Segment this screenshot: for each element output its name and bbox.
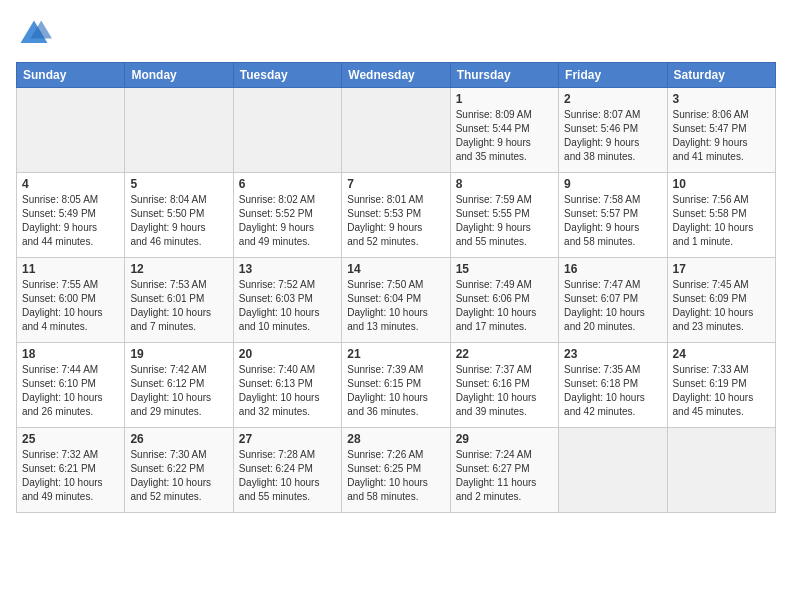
day-info: Sunrise: 7:35 AMSunset: 6:18 PMDaylight:… [564,363,661,419]
calendar-cell [559,428,667,513]
day-number: 17 [673,262,770,276]
calendar-cell: 29Sunrise: 7:24 AMSunset: 6:27 PMDayligh… [450,428,558,513]
day-info: Sunrise: 8:07 AMSunset: 5:46 PMDaylight:… [564,108,661,164]
day-info: Sunrise: 7:56 AMSunset: 5:58 PMDaylight:… [673,193,770,249]
calendar-cell: 4Sunrise: 8:05 AMSunset: 5:49 PMDaylight… [17,173,125,258]
calendar-cell [233,88,341,173]
day-info: Sunrise: 7:45 AMSunset: 6:09 PMDaylight:… [673,278,770,334]
day-number: 1 [456,92,553,106]
calendar-cell [17,88,125,173]
day-number: 8 [456,177,553,191]
calendar-cell: 15Sunrise: 7:49 AMSunset: 6:06 PMDayligh… [450,258,558,343]
logo-icon [16,16,52,52]
calendar-cell [125,88,233,173]
week-row-1: 1Sunrise: 8:09 AMSunset: 5:44 PMDaylight… [17,88,776,173]
day-number: 18 [22,347,119,361]
day-number: 2 [564,92,661,106]
calendar-cell: 18Sunrise: 7:44 AMSunset: 6:10 PMDayligh… [17,343,125,428]
day-number: 19 [130,347,227,361]
day-info: Sunrise: 7:47 AMSunset: 6:07 PMDaylight:… [564,278,661,334]
day-number: 13 [239,262,336,276]
day-number: 23 [564,347,661,361]
day-info: Sunrise: 7:58 AMSunset: 5:57 PMDaylight:… [564,193,661,249]
calendar-cell: 6Sunrise: 8:02 AMSunset: 5:52 PMDaylight… [233,173,341,258]
calendar-cell: 12Sunrise: 7:53 AMSunset: 6:01 PMDayligh… [125,258,233,343]
calendar-cell: 10Sunrise: 7:56 AMSunset: 5:58 PMDayligh… [667,173,775,258]
calendar-cell: 20Sunrise: 7:40 AMSunset: 6:13 PMDayligh… [233,343,341,428]
calendar-cell: 16Sunrise: 7:47 AMSunset: 6:07 PMDayligh… [559,258,667,343]
day-info: Sunrise: 8:02 AMSunset: 5:52 PMDaylight:… [239,193,336,249]
day-number: 25 [22,432,119,446]
day-number: 3 [673,92,770,106]
day-number: 24 [673,347,770,361]
day-info: Sunrise: 7:59 AMSunset: 5:55 PMDaylight:… [456,193,553,249]
day-number: 9 [564,177,661,191]
day-header-saturday: Saturday [667,63,775,88]
calendar-cell: 2Sunrise: 8:07 AMSunset: 5:46 PMDaylight… [559,88,667,173]
calendar-cell: 13Sunrise: 7:52 AMSunset: 6:03 PMDayligh… [233,258,341,343]
day-number: 28 [347,432,444,446]
calendar-cell: 9Sunrise: 7:58 AMSunset: 5:57 PMDaylight… [559,173,667,258]
day-number: 4 [22,177,119,191]
day-header-friday: Friday [559,63,667,88]
day-info: Sunrise: 7:24 AMSunset: 6:27 PMDaylight:… [456,448,553,504]
day-header-thursday: Thursday [450,63,558,88]
day-info: Sunrise: 7:39 AMSunset: 6:15 PMDaylight:… [347,363,444,419]
calendar-cell: 25Sunrise: 7:32 AMSunset: 6:21 PMDayligh… [17,428,125,513]
day-info: Sunrise: 7:26 AMSunset: 6:25 PMDaylight:… [347,448,444,504]
day-info: Sunrise: 7:37 AMSunset: 6:16 PMDaylight:… [456,363,553,419]
day-number: 10 [673,177,770,191]
calendar-cell [342,88,450,173]
calendar-cell: 28Sunrise: 7:26 AMSunset: 6:25 PMDayligh… [342,428,450,513]
day-info: Sunrise: 7:30 AMSunset: 6:22 PMDaylight:… [130,448,227,504]
day-info: Sunrise: 7:40 AMSunset: 6:13 PMDaylight:… [239,363,336,419]
calendar-cell: 1Sunrise: 8:09 AMSunset: 5:44 PMDaylight… [450,88,558,173]
calendar-cell [667,428,775,513]
day-info: Sunrise: 7:50 AMSunset: 6:04 PMDaylight:… [347,278,444,334]
day-info: Sunrise: 8:09 AMSunset: 5:44 PMDaylight:… [456,108,553,164]
day-number: 7 [347,177,444,191]
day-number: 11 [22,262,119,276]
day-number: 26 [130,432,227,446]
calendar-cell: 14Sunrise: 7:50 AMSunset: 6:04 PMDayligh… [342,258,450,343]
day-number: 12 [130,262,227,276]
day-number: 22 [456,347,553,361]
calendar-cell: 3Sunrise: 8:06 AMSunset: 5:47 PMDaylight… [667,88,775,173]
day-info: Sunrise: 7:33 AMSunset: 6:19 PMDaylight:… [673,363,770,419]
day-number: 27 [239,432,336,446]
day-info: Sunrise: 7:53 AMSunset: 6:01 PMDaylight:… [130,278,227,334]
day-number: 5 [130,177,227,191]
calendar-cell: 5Sunrise: 8:04 AMSunset: 5:50 PMDaylight… [125,173,233,258]
calendar-table: SundayMondayTuesdayWednesdayThursdayFrid… [16,62,776,513]
day-info: Sunrise: 7:52 AMSunset: 6:03 PMDaylight:… [239,278,336,334]
day-number: 21 [347,347,444,361]
day-info: Sunrise: 7:28 AMSunset: 6:24 PMDaylight:… [239,448,336,504]
day-number: 15 [456,262,553,276]
day-info: Sunrise: 7:44 AMSunset: 6:10 PMDaylight:… [22,363,119,419]
calendar-cell: 21Sunrise: 7:39 AMSunset: 6:15 PMDayligh… [342,343,450,428]
week-row-4: 18Sunrise: 7:44 AMSunset: 6:10 PMDayligh… [17,343,776,428]
calendar-cell: 26Sunrise: 7:30 AMSunset: 6:22 PMDayligh… [125,428,233,513]
day-info: Sunrise: 8:04 AMSunset: 5:50 PMDaylight:… [130,193,227,249]
day-info: Sunrise: 7:32 AMSunset: 6:21 PMDaylight:… [22,448,119,504]
calendar-cell: 23Sunrise: 7:35 AMSunset: 6:18 PMDayligh… [559,343,667,428]
day-header-tuesday: Tuesday [233,63,341,88]
calendar-cell: 7Sunrise: 8:01 AMSunset: 5:53 PMDaylight… [342,173,450,258]
week-row-5: 25Sunrise: 7:32 AMSunset: 6:21 PMDayligh… [17,428,776,513]
calendar-cell: 24Sunrise: 7:33 AMSunset: 6:19 PMDayligh… [667,343,775,428]
day-number: 20 [239,347,336,361]
day-number: 29 [456,432,553,446]
day-info: Sunrise: 7:42 AMSunset: 6:12 PMDaylight:… [130,363,227,419]
week-row-2: 4Sunrise: 8:05 AMSunset: 5:49 PMDaylight… [17,173,776,258]
day-header-monday: Monday [125,63,233,88]
page-header [16,16,776,52]
day-header-wednesday: Wednesday [342,63,450,88]
logo [16,16,56,52]
calendar-header: SundayMondayTuesdayWednesdayThursdayFrid… [17,63,776,88]
week-row-3: 11Sunrise: 7:55 AMSunset: 6:00 PMDayligh… [17,258,776,343]
day-info: Sunrise: 7:55 AMSunset: 6:00 PMDaylight:… [22,278,119,334]
calendar-cell: 27Sunrise: 7:28 AMSunset: 6:24 PMDayligh… [233,428,341,513]
day-number: 14 [347,262,444,276]
day-number: 6 [239,177,336,191]
day-info: Sunrise: 8:01 AMSunset: 5:53 PMDaylight:… [347,193,444,249]
